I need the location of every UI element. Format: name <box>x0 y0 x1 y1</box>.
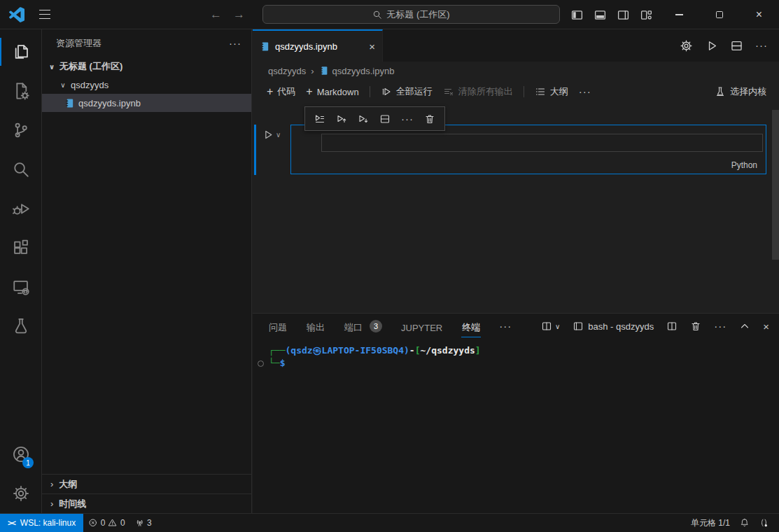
breadcrumb-file[interactable]: qsdzyyds.ipynb <box>319 66 395 76</box>
beaker-icon <box>12 317 30 335</box>
sidebar-title: 资源管理器 <box>56 37 229 50</box>
more-actions-icon[interactable]: ··· <box>755 42 768 49</box>
warning-icon <box>108 518 118 528</box>
chevron-right-icon: › <box>50 479 53 489</box>
plus-icon: + <box>306 87 312 97</box>
split-editor-icon[interactable] <box>730 39 743 52</box>
terminal-output[interactable]: ┌──(qsdz㉿LAPTOP-IF50SBQ4)-[~/qsdzyyds] └… <box>253 339 779 370</box>
maximize-button[interactable] <box>699 0 739 29</box>
add-code-cell-button[interactable]: + 代码 <box>267 85 295 98</box>
sidebar-more-actions-icon[interactable]: ··· <box>229 40 241 47</box>
title-bar: ← → 无标题 (工作区) × <box>0 0 779 29</box>
toggle-secondary-sidebar-icon[interactable] <box>617 8 630 22</box>
split-cell-icon[interactable] <box>379 113 391 125</box>
manage-settings-button[interactable] <box>0 474 41 513</box>
explorer-files-icon <box>12 43 30 61</box>
command-center-search[interactable]: 无标题 (工作区) <box>262 5 560 24</box>
cell-more-actions-icon[interactable]: ··· <box>401 115 414 122</box>
tree-item-notebook-file[interactable]: qsdzyyds.ipynb <box>42 94 251 112</box>
error-icon <box>88 518 98 528</box>
chevron-down-icon: ∨ <box>59 81 67 89</box>
command-center-text: 无标题 (工作区) <box>386 8 449 21</box>
cell-focus-indicator <box>254 125 256 175</box>
kill-terminal-icon[interactable] <box>690 321 701 332</box>
chevron-down-icon: ∨ <box>48 63 56 71</box>
panel-tabs-more-icon[interactable]: ··· <box>499 323 512 330</box>
execute-cell-and-below-icon[interactable] <box>358 113 369 125</box>
close-window-button[interactable]: × <box>739 0 779 29</box>
notifications-button[interactable] <box>735 514 755 532</box>
cell-position-indicator[interactable]: 单元格 1/1 <box>686 514 735 532</box>
settings-gear-icon[interactable] <box>680 39 693 52</box>
accounts-button[interactable]: 1 <box>0 435 41 474</box>
remote-indicator[interactable]: >< WSL: kali-linux <box>0 514 83 532</box>
sidebar-item-notebook-runner[interactable] <box>0 71 41 111</box>
run-cell-button[interactable]: ∨ <box>262 129 281 141</box>
tab-jupyter[interactable]: JUPYTER <box>400 314 443 339</box>
section-timeline[interactable]: › 时间线 <box>42 493 251 513</box>
tab-terminal[interactable]: 终端 <box>461 314 481 339</box>
notebook-cell[interactable]: Python <box>290 125 766 174</box>
clear-all-outputs-button[interactable]: 清除所有输出 <box>443 85 513 98</box>
activity-bar: 1 <box>0 29 42 513</box>
add-markdown-cell-button[interactable]: + Markdown <box>306 87 358 97</box>
maximize-panel-icon[interactable] <box>739 321 750 332</box>
ports-badge: 3 <box>370 320 382 332</box>
file-gear-icon <box>12 82 30 100</box>
customize-layout-icon[interactable] <box>640 8 653 22</box>
run-by-line-icon[interactable] <box>314 113 325 125</box>
gear-icon <box>12 484 30 503</box>
split-square-icon <box>541 321 552 332</box>
close-panel-icon[interactable]: × <box>763 321 769 332</box>
select-kernel-button[interactable]: 选择内核 <box>715 85 779 98</box>
sidebar-item-explorer[interactable] <box>0 32 41 71</box>
source-control-icon <box>12 121 30 139</box>
search-icon <box>372 10 382 20</box>
split-terminal-icon[interactable] <box>666 321 678 332</box>
sidebar-item-remote-explorer[interactable] <box>0 267 41 307</box>
run-all-button[interactable]: 全部运行 <box>381 85 433 98</box>
sidebar-item-source-control[interactable] <box>0 111 41 150</box>
account-badge: 1 <box>22 457 34 468</box>
tree-item-workspace[interactable]: ∨ 无标题 (工作区) <box>42 57 251 76</box>
outline-button[interactable]: 大纲 <box>535 85 568 98</box>
sidebar-item-run-debug[interactable] <box>0 189 41 228</box>
panel-more-actions-icon[interactable]: ··· <box>714 323 727 330</box>
terminal-list-entry[interactable]: bash - qsdzyyds <box>573 321 654 332</box>
toggle-sidebar-icon[interactable] <box>570 8 584 22</box>
ports-status[interactable]: 3 <box>130 514 157 532</box>
breadcrumb-folder[interactable]: qsdzyyds <box>268 66 306 76</box>
list-outline-icon <box>535 86 546 97</box>
outline-section-label: 大纲 <box>59 478 77 491</box>
tab-ports[interactable]: 端口 3 <box>344 314 382 339</box>
forward-arrow-icon[interactable]: → <box>233 8 245 22</box>
play-icon <box>262 129 274 141</box>
notebook-scrollbar[interactable] <box>772 110 779 260</box>
tab-notebook[interactable]: qsdzyyds.ipynb × <box>253 29 383 62</box>
cell-language-picker[interactable]: Python <box>731 160 757 170</box>
minimize-button[interactable] <box>659 0 699 29</box>
cell-code-editor[interactable] <box>321 134 763 152</box>
tab-problems[interactable]: 问题 <box>268 314 288 339</box>
sidebar-item-testing[interactable] <box>0 307 41 346</box>
tab-output[interactable]: 输出 <box>306 314 325 339</box>
section-outline[interactable]: › 大纲 <box>42 474 251 493</box>
new-terminal-profile-button[interactable]: ∨ <box>541 321 560 332</box>
menu-icon[interactable] <box>39 10 50 19</box>
breadcrumb: qsdzyyds › qsdzyyds.ipynb <box>253 62 779 80</box>
sidebar-item-search[interactable] <box>0 150 41 189</box>
sidebar-item-extensions[interactable] <box>0 228 41 267</box>
notebook-file-icon <box>64 98 75 108</box>
language-status-button[interactable] <box>755 514 774 532</box>
delete-cell-icon[interactable] <box>424 113 435 125</box>
toolbar-more-icon[interactable]: ··· <box>579 88 591 95</box>
run-icon[interactable] <box>705 39 718 52</box>
remote-icon: >< <box>8 519 15 527</box>
toggle-panel-icon[interactable] <box>594 8 607 22</box>
back-arrow-icon[interactable]: ← <box>210 8 222 22</box>
tab-close-icon[interactable]: × <box>369 41 375 52</box>
problems-status[interactable]: 0 0 <box>83 514 129 532</box>
layout-controls <box>570 0 653 29</box>
execute-above-cells-icon[interactable] <box>336 113 347 125</box>
tree-item-folder[interactable]: ∨ qsdzyyds <box>42 76 251 94</box>
